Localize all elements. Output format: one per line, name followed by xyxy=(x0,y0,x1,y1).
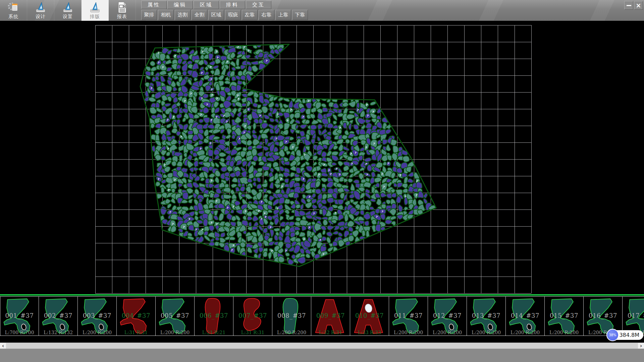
piece-label: 004_#37 xyxy=(117,312,155,319)
thumbnail-cell-010_#37[interactable]: 010_#37L:33 R:33 xyxy=(350,296,389,336)
piece-label: 007_#37 xyxy=(233,312,272,319)
piece-lr-count: L:200 R:200 xyxy=(467,330,505,335)
piece-lr-count: L:33 R:33 xyxy=(350,330,389,335)
tab-settings[interactable]: 设置 xyxy=(54,0,82,21)
tool-button-5[interactable]: 区域 xyxy=(208,10,224,20)
piece-lr-count: L:200 R:200 xyxy=(156,330,194,335)
nested-pieces xyxy=(144,42,436,265)
scroll-right-button[interactable]: › xyxy=(638,343,644,349)
settings-board-icon xyxy=(62,1,74,14)
thumbnail-cell-013_#37[interactable]: 013_#37L:200 R:200 xyxy=(467,296,506,336)
piece-lr-count: L:21 R:21 xyxy=(195,330,233,335)
close-button[interactable]: × xyxy=(634,1,643,10)
minimize-icon xyxy=(627,5,631,6)
piece-label: 017_#37 xyxy=(623,312,644,319)
thumbnail-cells: 001_#37L:700 R:700002_#37L:132 R:132003_… xyxy=(0,296,644,337)
menu-item-1[interactable]: 属性 xyxy=(141,1,167,9)
piece-lr-count: L:200 R:200 xyxy=(272,330,311,335)
piece-lr-count: L:200 R:200 xyxy=(428,330,467,335)
piece-label: 016_#37 xyxy=(584,312,622,319)
piece-lr-count: L:132 R:132 xyxy=(39,330,77,335)
tool-button-3[interactable]: 选割 xyxy=(175,10,191,20)
nesting-canvas[interactable] xyxy=(0,21,644,294)
piece-label: 010_#37 xyxy=(350,312,389,319)
menu-item-2[interactable]: 编辑 xyxy=(167,1,193,9)
piece-lr-count: L:32 R:31 xyxy=(311,330,350,335)
thumbnail-cell-005_#37[interactable]: 005_#37L:200 R:200 xyxy=(156,296,195,336)
piece-thumbnail-strip: 001_#37L:700 R:700002_#37L:132 R:132003_… xyxy=(0,294,644,338)
piece-label: 005_#37 xyxy=(156,312,194,319)
menu-bar: 属性编辑区域排料交互 xyxy=(141,1,271,9)
thumbnail-cell-009_#37[interactable]: 009_#37L:32 R:31 xyxy=(311,296,350,336)
tab-nesting[interactable]: 排版 xyxy=(82,0,109,21)
thumbnail-cell-004_#37[interactable]: 004_#37L:31 R:31 xyxy=(117,296,156,336)
piece-label: 008_#37 xyxy=(272,312,311,319)
thumbnail-cell-012_#37[interactable]: 012_#37L:200 R:200 xyxy=(428,296,467,336)
tab-label: 设置 xyxy=(63,14,73,19)
tool-button-4[interactable]: 全割 xyxy=(192,10,207,20)
main-tab-strip: 系统设计设置排版报表 xyxy=(0,0,136,21)
tab-label: 系统 xyxy=(8,14,18,19)
system-gear-icon xyxy=(7,1,19,14)
piece-lr-count: L:200 R:200 xyxy=(545,330,583,335)
thumbnail-cell-015_#37[interactable]: 015_#37L:200 R:200 xyxy=(545,296,584,336)
thumbnail-cell-006_#37[interactable]: 006_#37L:21 R:21 xyxy=(195,296,233,336)
piece-label: 015_#37 xyxy=(545,312,583,319)
horizontal-scrollbar[interactable]: ‹ › xyxy=(0,343,644,349)
tab-report[interactable]: 报表 xyxy=(109,0,136,21)
piece-label: 012_#37 xyxy=(428,312,467,319)
tool-button-2[interactable]: 相机 xyxy=(158,10,174,20)
piece-lr-count: L:700 R:700 xyxy=(0,330,39,335)
scroll-left-button[interactable]: ‹ xyxy=(0,343,6,349)
progress-percent: 38% xyxy=(609,333,616,337)
piece-label: 002_#37 xyxy=(39,312,77,319)
report-doc-icon xyxy=(116,1,128,14)
piece-lr-count: L:31 R:31 xyxy=(117,330,155,335)
thumbnail-cell-014_#37[interactable]: 014_#37L:200 R:200 xyxy=(506,296,545,336)
design-board-icon xyxy=(35,1,47,14)
thumbnail-cell-002_#37[interactable]: 002_#37L:132 R:132 xyxy=(39,296,78,336)
piece-label: 009_#37 xyxy=(311,312,350,319)
tab-label: 设计 xyxy=(36,14,46,19)
tab-label: 排版 xyxy=(90,14,100,19)
piece-label: 003_#37 xyxy=(78,312,116,319)
status-footer xyxy=(0,349,644,362)
top-toolbar: 系统设计设置排版报表 属性编辑区域排料交互 聚排相机选割全割区域瑕疵左靠右靠上靠… xyxy=(0,0,644,21)
piece-label: 014_#37 xyxy=(506,312,544,319)
tool-button-9[interactable]: 上靠 xyxy=(275,10,291,20)
tab-label: 报表 xyxy=(117,14,127,19)
tool-button-1[interactable]: 聚排 xyxy=(141,10,157,20)
memory-usage-badge: 384.8M 38% xyxy=(606,329,644,342)
piece-lr-count: L:200 R:200 xyxy=(78,330,116,335)
piece-label: 006_#37 xyxy=(195,312,233,319)
tool-button-row: 聚排相机选割全割区域瑕疵左靠右靠上靠下靠 xyxy=(141,10,308,20)
menu-item-5[interactable]: 交互 xyxy=(246,1,271,9)
memory-value: 384.8M xyxy=(619,332,639,338)
piece-label: 011_#37 xyxy=(389,312,428,319)
thumbnail-cell-001_#37[interactable]: 001_#37L:700 R:700 xyxy=(0,296,39,336)
tab-design[interactable]: 设计 xyxy=(27,0,54,21)
menu-item-4[interactable]: 排料 xyxy=(220,1,245,9)
tool-button-8[interactable]: 右靠 xyxy=(259,10,274,20)
close-icon: × xyxy=(636,2,641,9)
piece-lr-count: L:200 R:200 xyxy=(506,330,544,335)
piece-lr-count: L:31 R:31 xyxy=(233,330,272,335)
piece-label: 013_#37 xyxy=(467,312,505,319)
menu-item-3[interactable]: 区域 xyxy=(194,1,219,9)
window-controls: × xyxy=(624,1,643,10)
thumbnail-cell-008_#37[interactable]: 008_#37L:200 R:200 xyxy=(272,296,311,336)
piece-lr-count: L:200 R:200 xyxy=(389,330,428,335)
thumbnail-cell-011_#37[interactable]: 011_#37L:200 R:200 xyxy=(389,296,428,336)
tab-system[interactable]: 系统 xyxy=(0,0,27,21)
tool-button-10[interactable]: 下靠 xyxy=(292,10,308,20)
thumbnail-cell-007_#37[interactable]: 007_#37L:31 R:31 xyxy=(233,296,272,336)
tool-button-7[interactable]: 左靠 xyxy=(242,10,258,20)
piece-label: 001_#37 xyxy=(0,312,39,319)
tool-button-6[interactable]: 瑕疵 xyxy=(225,10,241,20)
thumbnail-cell-003_#37[interactable]: 003_#37L:200 R:200 xyxy=(78,296,117,336)
minimize-button[interactable] xyxy=(624,1,633,10)
progress-circle: 38% xyxy=(606,329,619,341)
nesting-board-icon xyxy=(89,1,101,14)
app-window: 系统设计设置排版报表 属性编辑区域排料交互 聚排相机选割全割区域瑕疵左靠右靠上靠… xyxy=(0,0,644,362)
